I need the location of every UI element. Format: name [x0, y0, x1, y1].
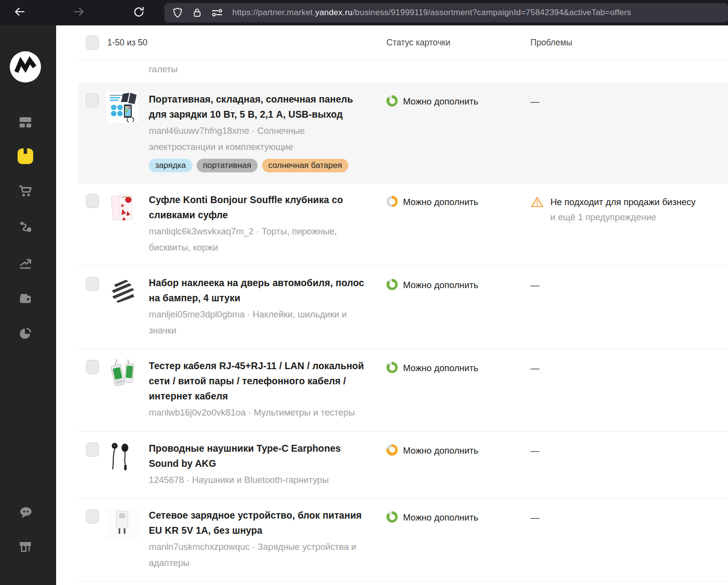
product-title[interactable]: Портативная, складная, солнечная панель …	[149, 92, 369, 122]
product-thumbnail	[106, 508, 138, 539]
assortment-table-header: 1-50 из 50 Статус карточки Проблемы	[78, 25, 728, 61]
chat-icon	[18, 504, 33, 522]
cart-icon	[18, 183, 33, 201]
row-checkbox[interactable]	[86, 509, 99, 523]
card-status-label: Можно дополнить	[403, 94, 478, 109]
yandex-market-logo[interactable]	[10, 51, 41, 83]
row-checkbox[interactable]	[86, 277, 99, 291]
status-column-header: Статус карточки	[386, 38, 450, 47]
no-problems-dash: —	[530, 277, 728, 292]
table-row: Суфле Konti Bonjour Souffle клубника со …	[78, 183, 728, 266]
product-thumbnail	[106, 358, 138, 390]
product-tag: портативная	[197, 159, 258, 172]
dashboard-icon	[18, 114, 33, 132]
card-status-label: Можно дополнить	[403, 360, 478, 376]
url-text: https://partner.market.yandex.ru/busines…	[232, 8, 631, 18]
product-sku-category: manliqlc6k3wsvkxaq7m_2 · Торты, пирожные…	[149, 224, 369, 255]
sidebar-item-finance[interactable]	[17, 291, 34, 308]
row-checkbox[interactable]	[86, 360, 99, 374]
problem-warning: Не подходит для продажи бизнесуи ещё 1 п…	[530, 194, 728, 225]
product-sku-category: manljei05me3dpl0gbma · Наклейки, шильдик…	[149, 307, 369, 338]
product-tag: зарядка	[149, 159, 192, 172]
card-status-label: Можно дополнить	[403, 194, 478, 209]
sidebar	[0, 25, 56, 585]
url-prefix: https://partner.market.	[232, 8, 315, 17]
trend-up-icon	[18, 255, 33, 273]
problems-column-header: Проблемы	[530, 38, 572, 47]
problem-texts: Не подходит для продажи бизнесуи ещё 1 п…	[550, 194, 695, 225]
problem-more-link[interactable]: и ещё 1 предупреждение	[550, 209, 695, 225]
row-checkbox[interactable]	[86, 93, 99, 107]
sidebar-item-reports[interactable]	[17, 326, 34, 343]
product-sku-category: 1245678 · Наушники и Bluetooth-гарнитуры	[149, 472, 369, 488]
product-title[interactable]: Набор наклеека на дверь автомобиля, поло…	[149, 275, 369, 306]
card-status-ring-icon	[386, 511, 398, 522]
sidebar-item-orders[interactable]	[17, 184, 34, 200]
sidebar-item-analytics[interactable]	[17, 256, 34, 272]
product-thumbnail	[106, 275, 138, 307]
card-status-ring-icon	[386, 362, 398, 373]
product-sku-category: manln7uskmchxzpowquc · Зарядные устройст…	[149, 539, 369, 571]
product-title[interactable]: Проводные наушники Type-C Earphones Soun…	[149, 441, 369, 471]
pie-chart-icon	[18, 326, 33, 343]
card-status-label: Можно дополнить	[403, 277, 478, 292]
table-row: Проводные наушники Type-C Earphones Soun…	[78, 431, 728, 499]
sidebar-item-dashboard[interactable]	[17, 115, 34, 131]
problem-text: Не подходит для продажи бизнесу	[550, 194, 695, 209]
no-problems-dash: —	[530, 94, 728, 109]
back-button[interactable]	[13, 6, 26, 19]
product-sku-category: manlwb16j0v2o0vk81oa · Мультиметры и тес…	[149, 405, 369, 421]
no-problems-dash: —	[530, 443, 728, 458]
reload-icon	[133, 6, 145, 20]
product-title[interactable]: Сетевое зарядное устройство, блок питани…	[149, 508, 369, 538]
offers-list: Портативная, складная, солнечная панель …	[56, 82, 728, 581]
product-thumbnail	[106, 92, 138, 123]
card-status-ring-icon	[386, 444, 398, 456]
product-tag: солнечная батарея	[262, 159, 348, 172]
reload-button[interactable]	[132, 6, 145, 19]
product-thumbnail	[106, 192, 138, 224]
card-status-ring-icon	[386, 196, 398, 207]
row-checkbox[interactable]	[86, 442, 99, 457]
row-checkbox[interactable]	[86, 194, 99, 208]
forward-icon	[73, 5, 85, 20]
card-status-ring-icon	[386, 95, 398, 106]
clipped-row: галеты	[78, 61, 728, 82]
permissions-toggle-icon[interactable]	[211, 7, 223, 19]
select-all-checkbox[interactable]	[86, 36, 99, 50]
shield-icon[interactable]	[172, 7, 183, 19]
storefront-icon	[18, 539, 33, 557]
product-title[interactable]: Тестер кабеля RJ-45+RJ-11 / LAN / локаль…	[149, 358, 369, 404]
offers-count-label: 1-50 из 50	[107, 38, 147, 47]
sidebar-item-assortment[interactable]	[17, 149, 34, 166]
lock-icon[interactable]	[192, 7, 202, 19]
no-problems-dash: —	[530, 360, 728, 376]
card-status-label: Можно дополнить	[403, 510, 478, 525]
assortment-page: 1-50 из 50 Статус карточки Проблемы гале…	[56, 25, 728, 585]
sidebar-item-shop[interactable]	[17, 540, 34, 556]
wallet-icon	[18, 291, 33, 308]
no-problems-dash: —	[530, 510, 728, 525]
sidebar-item-support-chat[interactable]	[17, 505, 34, 522]
table-row: Набор наклеека на дверь автомобиля, поло…	[78, 266, 728, 349]
product-thumbnail	[106, 441, 138, 472]
clipped-row-category-text: галеты	[149, 64, 178, 74]
card-status-ring-icon	[386, 279, 398, 290]
table-row: Тестер кабеля RJ-45+RJ-11 / LAN / локаль…	[78, 349, 728, 431]
sidebar-item-logistics[interactable]	[17, 220, 34, 236]
browser-toolbar: https://partner.market.yandex.ru/busines…	[0, 0, 728, 25]
table-row: Сетевое зарядное устройство, блок питани…	[78, 498, 728, 581]
back-icon	[13, 5, 26, 20]
product-title[interactable]: Суфле Konti Bonjour Souffle клубника со …	[149, 192, 369, 223]
route-icon	[18, 219, 33, 237]
card-status-label: Можно дополнить	[403, 443, 478, 458]
list-end-divider	[78, 581, 728, 582]
assortment-icon	[17, 148, 34, 167]
warning-triangle-icon	[530, 196, 544, 225]
url-path: /business/91999119/assortment?campaignId…	[352, 8, 631, 17]
forward-button[interactable]	[73, 6, 85, 19]
product-sku-category: manl46uuwv7hfng18xme · Солнечные электро…	[149, 123, 369, 155]
address-bar[interactable]: https://partner.market.yandex.ru/busines…	[164, 3, 728, 22]
url-domain: yandex.ru	[315, 8, 352, 17]
table-row: Портативная, складная, солнечная панель …	[78, 82, 728, 183]
